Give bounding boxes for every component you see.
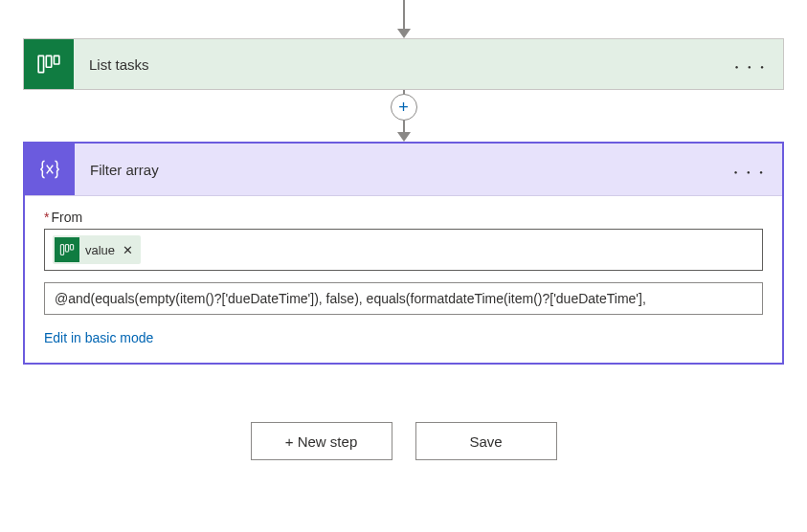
connector-add-between: + [23, 90, 784, 142]
from-token-label: value [85, 243, 115, 257]
from-token-value[interactable]: value ✕ [53, 235, 141, 264]
step-filter-array-header[interactable]: Filter array [25, 144, 782, 196]
edit-basic-mode-link[interactable]: Edit in basic mode [44, 330, 153, 345]
step-filter-array-title: Filter array [75, 162, 719, 178]
step-list-tasks-title: List tasks [74, 56, 720, 73]
svg-rect-0 [38, 55, 43, 72]
insert-step-button[interactable]: + [391, 94, 417, 121]
planner-board-icon [24, 39, 74, 89]
svg-rect-1 [46, 55, 51, 67]
condition-expression-input[interactable]: @and(equals(empty(item()?['dueDateTime']… [44, 282, 763, 315]
step-list-tasks[interactable]: List tasks [23, 38, 784, 90]
step-filter-array: Filter array * From [23, 142, 784, 365]
from-input[interactable]: value ✕ [44, 229, 763, 271]
braces-variable-icon [25, 144, 75, 195]
step-list-tasks-menu[interactable] [720, 56, 783, 72]
svg-rect-5 [60, 245, 63, 255]
svg-rect-2 [54, 55, 58, 64]
planner-board-icon [55, 237, 79, 262]
from-token-remove[interactable]: ✕ [121, 243, 135, 257]
svg-rect-7 [70, 245, 73, 250]
svg-rect-6 [65, 245, 68, 252]
required-asterisk: * [44, 210, 49, 225]
save-button[interactable]: Save [415, 422, 557, 460]
step-filter-array-menu[interactable] [719, 162, 782, 177]
new-step-button[interactable]: + New step [251, 422, 392, 460]
from-field-label: From [51, 210, 82, 225]
